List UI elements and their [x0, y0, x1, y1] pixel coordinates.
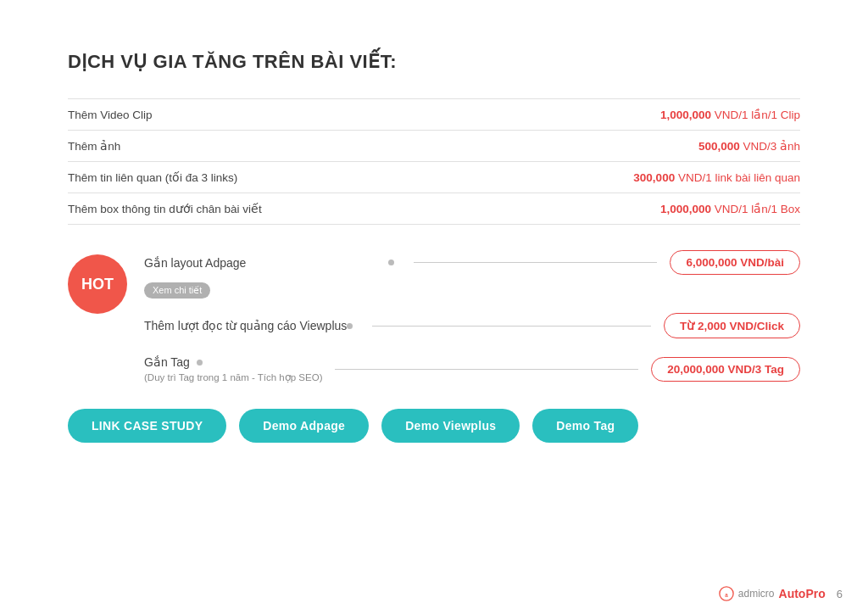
demo-adpage-button[interactable]: Demo Adpage [239, 409, 369, 443]
main-content: DỊCH VỤ GIA TĂNG TRÊN BÀI VIẾT: Thêm Vid… [0, 0, 868, 477]
viewplus-row: Thêm lượt đọc từ quảng cáo Viewplus Từ 2… [144, 313, 800, 338]
table-row: Thêm Video Clip 1,000,000 VND/1 lần/1 Cl… [68, 99, 800, 131]
demo-viewplus-button[interactable]: Demo Viewplus [381, 409, 520, 443]
hot-content: Gắn layout Adpage 6,000,000 VND/bài Xem … [144, 250, 800, 338]
viewplus-label: Thêm lượt đọc từ quảng cáo Viewplus [144, 319, 347, 332]
tag-dot [197, 360, 203, 366]
table-row: Thêm ảnh 500,000 VND/3 ảnh [68, 131, 800, 162]
tag-label-area: Gắn Tag (Duy trì Tag trong 1 năm - Tích … [144, 355, 322, 383]
adpage-line [414, 262, 658, 263]
link-case-study-button[interactable]: LINK CASE STUDY [68, 409, 226, 443]
service-label: Thêm box thông tin dưới chân bài viết [68, 193, 462, 225]
service-price: 1,000,000 VND/1 lần/1 Box [462, 193, 800, 225]
table-row: Thêm box thông tin dưới chân bài viết 1,… [68, 193, 800, 225]
tag-price: 20,000,000 VND/3 Tag [651, 357, 800, 382]
svg-text:a: a [725, 592, 728, 598]
viewplus-line [372, 326, 651, 327]
see-detail-wrapper: Xem chi tiết [144, 282, 800, 309]
viewplus-price: Từ 2,000 VND/Click [664, 313, 800, 338]
bottom-buttons: LINK CASE STUDY Demo Adpage Demo Viewplu… [68, 409, 800, 443]
tag-sublabel: (Duy trì Tag trong 1 năm - Tích hợp SEO) [144, 371, 322, 383]
table-row: Thêm tin liên quan (tối đa 3 links) 300,… [68, 162, 800, 193]
tag-row: Gắn Tag (Duy trì Tag trong 1 năm - Tích … [144, 355, 800, 383]
service-label: Thêm ảnh [68, 131, 462, 162]
viewplus-dot [347, 323, 353, 329]
service-price: 500,000 VND/3 ảnh [462, 131, 800, 162]
service-label: Thêm tin liên quan (tối đa 3 links) [68, 162, 462, 193]
tag-label: Gắn Tag [144, 355, 190, 369]
adpage-price: 6,000,000 VND/bài [670, 250, 800, 275]
page-container: DỊCH VỤ GIA TĂNG TRÊN BÀI VIẾT: Thêm Vid… [0, 0, 868, 614]
footer-logo: a admicro AutoPro [719, 586, 826, 601]
demo-tag-button[interactable]: Demo Tag [532, 409, 638, 443]
adpage-label: Gắn layout Adpage [144, 256, 388, 270]
hot-section: HOT Gắn layout Adpage 6,000,000 VND/bài … [68, 250, 800, 338]
admicro-text: admicro [738, 588, 775, 600]
adpage-dot [388, 260, 394, 265]
admicro-logo-icon: a [719, 586, 734, 601]
page-title: DỊCH VỤ GIA TĂNG TRÊN BÀI VIẾT: [68, 51, 800, 73]
tag-line [335, 369, 638, 370]
services-table: Thêm Video Clip 1,000,000 VND/1 lần/1 Cl… [68, 98, 800, 225]
page-number: 6 [837, 588, 843, 600]
see-detail-badge[interactable]: Xem chi tiết [144, 282, 210, 299]
adpage-row: Gắn layout Adpage 6,000,000 VND/bài [144, 250, 800, 275]
service-label: Thêm Video Clip [68, 99, 462, 131]
tag-content: Gắn Tag (Duy trì Tag trong 1 năm - Tích … [144, 355, 800, 383]
service-price: 1,000,000 VND/1 lần/1 Clip [462, 99, 800, 131]
tag-section: Gắn Tag (Duy trì Tag trong 1 năm - Tích … [144, 355, 800, 383]
service-price: 300,000 VND/1 link bài liên quan [462, 162, 800, 193]
hot-badge: HOT [68, 254, 127, 314]
footer: a admicro AutoPro 6 [719, 586, 843, 601]
autopro-text: AutoPro [779, 587, 826, 600]
